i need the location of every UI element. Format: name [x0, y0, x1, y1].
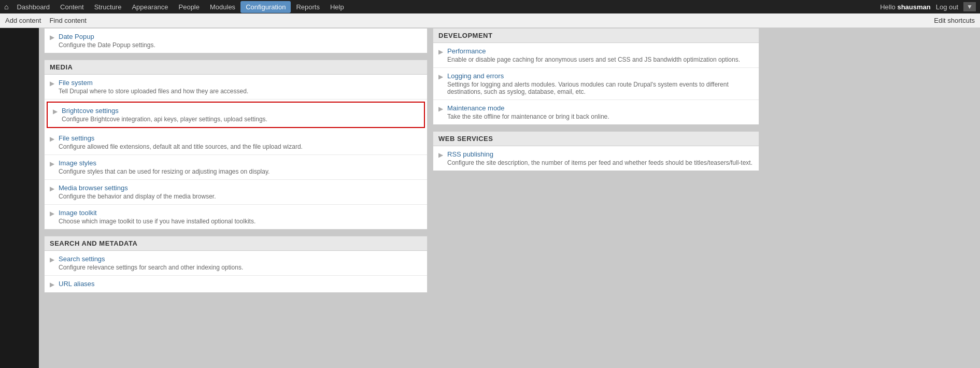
maintenance-content: Maintenance mode Take the site offline f…	[447, 104, 609, 120]
development-section-card: DEVELOPMENT ▶ Performance Enable or disa…	[433, 28, 759, 125]
search-settings-content: Search settings Configure relevance sett…	[59, 255, 243, 271]
file-settings-item: ▶ File settings Configure allowed file e…	[45, 130, 427, 155]
performance-content: Performance Enable or disable page cachi…	[447, 47, 740, 63]
home-icon[interactable]: ⌂	[4, 3, 8, 11]
search-section-card: SEARCH AND METADATA ▶ Search settings Co…	[44, 236, 428, 293]
media-browser-arrow-icon: ▶	[50, 185, 54, 192]
left-sidebar	[0, 28, 39, 368]
brightcove-settings-item: ▶ Brightcove settings Configure Brightco…	[47, 102, 425, 128]
search-settings-item: ▶ Search settings Configure relevance se…	[45, 251, 427, 276]
dropdown-arrow[interactable]: ▼	[963, 2, 976, 11]
maintenance-mode-item: ▶ Maintenance mode Take the site offline…	[433, 100, 759, 124]
logging-errors-item: ▶ Logging and errors Settings for loggin…	[433, 68, 759, 100]
media-section-header: MEDIA	[45, 60, 427, 75]
web-services-section-card: WEB SERVICES ▶ RSS publishing Configure …	[433, 131, 759, 171]
file-system-arrow-icon: ▶	[50, 80, 54, 87]
edit-shortcuts-link[interactable]: Edit shortcuts	[934, 17, 975, 24]
brightcove-arrow-icon: ▶	[53, 108, 58, 115]
rss-title[interactable]: RSS publishing	[447, 150, 752, 158]
search-settings-title[interactable]: Search settings	[59, 255, 243, 263]
top-navigation: ⌂ Dashboard Content Structure Appearance…	[0, 0, 980, 13]
nav-menu: Dashboard Content Structure Appearance P…	[11, 1, 349, 13]
left-column: ▶ Date Popup Configure the Date Popup se…	[39, 28, 433, 358]
image-toolkit-arrow-icon: ▶	[50, 210, 54, 217]
right-column: DEVELOPMENT ▶ Performance Enable or disa…	[433, 28, 764, 358]
file-settings-desc: Configure allowed file extensions, defau…	[59, 143, 303, 150]
user-section: Hello shausman Log out ▼	[880, 2, 976, 11]
media-browser-item: ▶ Media browser settings Configure the b…	[45, 180, 427, 205]
maintenance-arrow-icon: ▶	[438, 105, 443, 112]
url-aliases-title[interactable]: URL aliases	[59, 280, 95, 288]
logging-title[interactable]: Logging and errors	[447, 72, 754, 80]
nav-item-reports[interactable]: Reports	[291, 1, 325, 13]
logout-button[interactable]: Log out	[936, 3, 958, 11]
image-styles-item: ▶ Image styles Configure styles that can…	[45, 155, 427, 180]
nav-item-content[interactable]: Content	[55, 1, 89, 13]
image-toolkit-content: Image toolkit Choose which image toolkit…	[59, 209, 255, 225]
file-system-desc: Tell Drupal where to store uploaded file…	[59, 88, 248, 95]
brightcove-content: Brightcove settings Configure Brightcove…	[62, 107, 267, 123]
nav-item-appearance[interactable]: Appearance	[126, 1, 173, 13]
find-content-link[interactable]: Find content	[49, 17, 87, 24]
logging-desc: Settings for logging and alerts modules.…	[447, 81, 754, 95]
image-styles-content: Image styles Configure styles that can b…	[59, 159, 269, 175]
image-toolkit-desc: Choose which image toolkit to use if you…	[59, 218, 255, 225]
logging-arrow-icon: ▶	[438, 73, 443, 80]
logging-content: Logging and errors Settings for logging …	[447, 72, 754, 95]
maintenance-desc: Take the site offline for maintenance or…	[447, 113, 609, 120]
date-popup-arrow-icon: ▶	[50, 34, 54, 41]
content-area: ▶ Date Popup Configure the Date Popup se…	[39, 28, 980, 368]
media-browser-desc: Configure the behavior and display of th…	[59, 193, 216, 200]
file-system-item: ▶ File system Tell Drupal where to store…	[45, 75, 427, 100]
username: shausman	[897, 3, 930, 11]
performance-title[interactable]: Performance	[447, 47, 740, 55]
rss-arrow-icon: ▶	[438, 151, 443, 159]
performance-arrow-icon: ▶	[438, 48, 443, 55]
media-browser-title[interactable]: Media browser settings	[59, 184, 216, 192]
media-browser-content: Media browser settings Configure the beh…	[59, 184, 216, 200]
image-styles-arrow-icon: ▶	[50, 160, 54, 167]
image-toolkit-item: ▶ Image toolkit Choose which image toolk…	[45, 205, 427, 229]
file-system-content: File system Tell Drupal where to store u…	[59, 79, 248, 95]
search-settings-desc: Configure relevance settings for search …	[59, 264, 243, 271]
rss-desc: Configure the site description, the numb…	[447, 159, 752, 166]
media-section-card: MEDIA ▶ File system Tell Drupal where to…	[44, 60, 428, 230]
image-styles-title[interactable]: Image styles	[59, 159, 269, 167]
brightcove-desc: Configure Brightcove integration, api ke…	[62, 116, 267, 123]
rss-publishing-item: ▶ RSS publishing Configure the site desc…	[433, 146, 759, 171]
file-settings-content: File settings Configure allowed file ext…	[59, 134, 303, 150]
nav-item-structure[interactable]: Structure	[89, 1, 127, 13]
performance-desc: Enable or disable page caching for anony…	[447, 56, 740, 63]
image-styles-desc: Configure styles that can be used for re…	[59, 168, 269, 175]
url-aliases-item: ▶ URL aliases	[45, 276, 427, 292]
add-content-link[interactable]: Add content	[5, 17, 41, 24]
file-settings-arrow-icon: ▶	[50, 135, 54, 143]
main-layout: ▶ Date Popup Configure the Date Popup se…	[0, 28, 980, 368]
file-settings-title[interactable]: File settings	[59, 134, 303, 142]
development-section-header: DEVELOPMENT	[433, 29, 759, 43]
web-services-section-header: WEB SERVICES	[433, 132, 759, 146]
nav-item-configuration[interactable]: Configuration	[240, 1, 291, 13]
search-section-header: SEARCH AND METADATA	[45, 236, 427, 251]
rss-content: RSS publishing Configure the site descri…	[447, 150, 752, 166]
maintenance-title[interactable]: Maintenance mode	[447, 104, 609, 112]
url-aliases-arrow-icon: ▶	[50, 281, 54, 288]
nav-item-dashboard[interactable]: Dashboard	[11, 1, 55, 13]
nav-item-people[interactable]: People	[174, 1, 205, 13]
greeting-text: Hello shausman	[880, 3, 931, 11]
file-system-title[interactable]: File system	[59, 79, 248, 87]
url-aliases-content: URL aliases	[59, 280, 95, 288]
date-popup-desc: Configure the Date Popup settings.	[59, 41, 155, 49]
date-popup-content: Date Popup Configure the Date Popup sett…	[59, 33, 155, 49]
nav-item-modules[interactable]: Modules	[205, 1, 240, 13]
nav-item-help[interactable]: Help	[325, 1, 349, 13]
brightcove-title[interactable]: Brightcove settings	[62, 107, 267, 115]
date-popup-card: ▶ Date Popup Configure the Date Popup se…	[44, 28, 428, 53]
date-popup-title[interactable]: Date Popup	[59, 33, 155, 40]
image-toolkit-title[interactable]: Image toolkit	[59, 209, 255, 217]
search-settings-arrow-icon: ▶	[50, 256, 54, 263]
performance-item: ▶ Performance Enable or disable page cac…	[433, 43, 759, 68]
secondary-navigation: Add content Find content Edit shortcuts	[0, 13, 980, 28]
